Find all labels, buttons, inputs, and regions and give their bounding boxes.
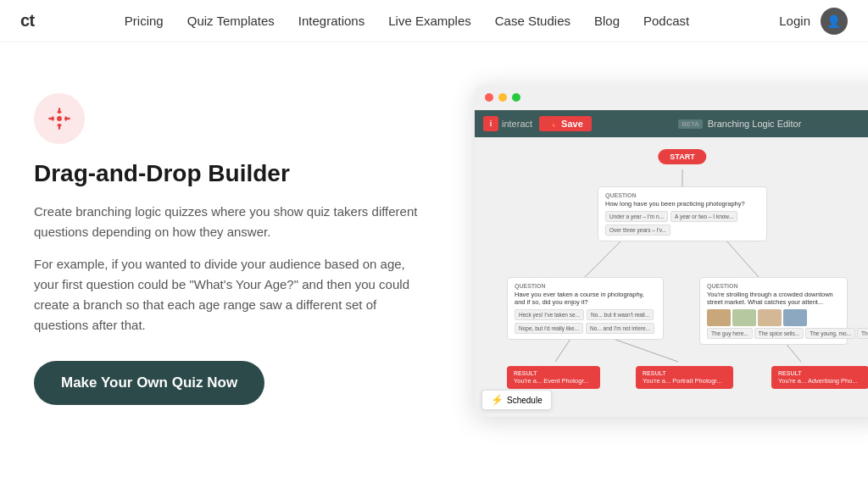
- browser-window: i interact 🔖 Save BETA Branching Logic E…: [475, 85, 868, 417]
- nav: Pricing Quiz Templates Integrations Live…: [125, 14, 689, 28]
- nav-live-examples[interactable]: Live Examples: [388, 14, 471, 28]
- r2-title: RESULT: [643, 370, 726, 376]
- q2-answer-2: No... but it wasn't reall...: [587, 309, 654, 320]
- q1-answer-2: A year or two – I know...: [670, 211, 737, 222]
- q2-answer-4: No... and I'm not intere...: [586, 323, 654, 334]
- logo: ct: [20, 11, 35, 30]
- result-1-node[interactable]: RESULT You're a... Event Photogr...: [507, 366, 600, 389]
- r3-text: You're a... Advertising Pho...: [778, 377, 862, 385]
- header: ct Pricing Quiz Templates Integrations L…: [0, 0, 868, 42]
- interact-logo-icon: i: [483, 116, 498, 131]
- right-panel: i interact 🔖 Save BETA Branching Logic E…: [475, 85, 868, 417]
- nav-blog[interactable]: Blog: [594, 14, 620, 28]
- nav-quiz-templates[interactable]: Quiz Templates: [187, 14, 275, 28]
- nav-integrations[interactable]: Integrations: [298, 14, 364, 28]
- q3-answer-4: The book store...: [857, 328, 868, 339]
- q1-answer-1: Under a year – I'm n...: [605, 211, 668, 222]
- save-label: Save: [561, 119, 583, 129]
- q3-answer-2: The spice sells...: [754, 328, 804, 339]
- editor-logo: i interact: [483, 116, 532, 131]
- main-content: Drag-and-Drop Builder Create branching l…: [0, 42, 868, 488]
- drag-drop-icon: [34, 93, 85, 144]
- q1-answer-3: Over three years – I'v...: [605, 225, 670, 236]
- q3-answers: [707, 309, 840, 326]
- question-1-node[interactable]: QUESTION How long have you been practici…: [598, 186, 767, 241]
- feature-desc-1: Create branching logic quizzes where you…: [34, 202, 424, 242]
- flow-area: START QUESTION How long have you been pr…: [475, 137, 868, 417]
- editor-toolbar: i interact 🔖 Save BETA Branching Logic E…: [475, 110, 868, 137]
- schedule-label: Schedule: [507, 396, 542, 405]
- browser-bar: [475, 85, 868, 110]
- svg-line-2: [585, 239, 623, 277]
- browser-close-dot: [485, 93, 493, 102]
- avatar[interactable]: 👤: [821, 8, 848, 35]
- svg-point-0: [57, 116, 62, 121]
- start-node: START: [658, 149, 706, 164]
- save-button[interactable]: 🔖 Save: [539, 116, 592, 131]
- q2-title-label: QUESTION: [515, 283, 656, 289]
- nav-podcast[interactable]: Podcast: [643, 14, 689, 28]
- question-3-node[interactable]: QUESTION You're strolling through a crow…: [699, 277, 848, 345]
- editor-title-area: BETA Branching Logic Editor: [598, 119, 868, 129]
- feature-title: Drag-and-Drop Builder: [34, 159, 424, 188]
- q1-title-label: QUESTION: [605, 192, 760, 198]
- feature-desc-2: For example, if you wanted to divide you…: [34, 254, 424, 336]
- r2-text: You're a... Portrait Photogr...: [643, 377, 726, 385]
- editor-logo-text: interact: [502, 119, 532, 129]
- q3-img-4: [783, 309, 807, 326]
- q2-answer-1: Heck yes! I've taken se...: [515, 309, 584, 320]
- question-2-node[interactable]: QUESTION Have you ever taken a course in…: [507, 277, 664, 340]
- q3-answer-3: The young, mo...: [805, 328, 855, 339]
- cta-button[interactable]: Make Your Own Quiz Now: [34, 361, 264, 405]
- login-button[interactable]: Login: [779, 14, 810, 28]
- q1-answers: Under a year – I'm n... A year or two – …: [605, 211, 760, 236]
- svg-line-3: [725, 239, 759, 277]
- q3-text: You're strolling through a crowded downt…: [707, 291, 840, 306]
- svg-line-5: [606, 336, 678, 362]
- browser-maximize-dot: [512, 93, 520, 102]
- result-2-node[interactable]: RESULT You're a... Portrait Photogr...: [636, 366, 733, 389]
- q2-text: Have you ever taken a course in photogra…: [515, 291, 656, 306]
- q3-answer-1: The guy here...: [707, 328, 753, 339]
- q1-text: How long have you been practicing photog…: [605, 200, 760, 208]
- svg-line-4: [555, 336, 572, 362]
- q2-answer-3: Nope, but I'd really like...: [515, 323, 583, 334]
- editor-title: Branching Logic Editor: [708, 119, 802, 129]
- browser-minimize-dot: [498, 93, 507, 102]
- result-3-node[interactable]: RESULT You're a... Advertising Pho...: [771, 366, 868, 389]
- schedule-icon: ⚡: [491, 394, 504, 406]
- r1-title: RESULT: [514, 370, 593, 376]
- nav-case-studies[interactable]: Case Studies: [495, 14, 570, 28]
- nav-pricing[interactable]: Pricing: [125, 14, 164, 28]
- q3-img-2: [732, 309, 756, 326]
- schedule-button[interactable]: ⚡ Schedule: [481, 390, 552, 410]
- q3-img-1: [707, 309, 731, 326]
- q3-title-label: QUESTION: [707, 283, 840, 289]
- r1-text: You're a... Event Photogr...: [514, 377, 593, 385]
- beta-badge: BETA: [678, 119, 702, 129]
- left-panel: Drag-and-Drop Builder Create branching l…: [34, 85, 424, 405]
- r3-title: RESULT: [778, 370, 862, 376]
- q3-img-3: [758, 309, 782, 326]
- q2-answers: Heck yes! I've taken se... No... but it …: [515, 309, 656, 334]
